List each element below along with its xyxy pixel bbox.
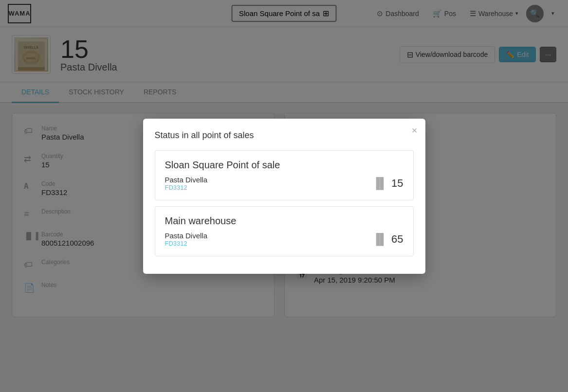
modal-code-1: FD3312	[165, 240, 208, 247]
modal-code-0: FD3312	[165, 184, 208, 191]
modal-card-info-0: Pasta Divella FD3312	[165, 176, 208, 191]
modal-product-name-0: Pasta Divella	[165, 176, 208, 184]
modal-location-card-0: Sloan Square Point of sale Pasta Divella…	[155, 150, 414, 200]
qty-barcode-icon-0: ▐▌	[372, 177, 387, 190]
modal-location-title-0: Sloan Square Point of sale	[165, 160, 403, 171]
qty-value-0: 15	[391, 177, 403, 190]
modal-product-name-1: Pasta Divella	[165, 232, 208, 240]
qty-value-1: 65	[391, 233, 403, 246]
modal-location-title-1: Main warehouse	[165, 215, 403, 227]
qty-barcode-icon-1: ▐▌	[372, 233, 387, 246]
modal-dialog: Status in all point of sales × Sloan Squ…	[143, 119, 425, 274]
modal-overlay[interactable]: Status in all point of sales × Sloan Squ…	[0, 0, 568, 392]
modal-card-row-1: Pasta Divella FD3312 ▐▌ 65	[165, 232, 403, 247]
modal-qty-0: ▐▌ 15	[372, 177, 403, 190]
modal-title: Status in all point of sales	[155, 130, 414, 141]
modal-qty-1: ▐▌ 65	[372, 233, 403, 246]
modal-card-row-0: Pasta Divella FD3312 ▐▌ 15	[165, 176, 403, 191]
modal-card-info-1: Pasta Divella FD3312	[165, 232, 208, 247]
modal-location-card-1: Main warehouse Pasta Divella FD3312 ▐▌ 6…	[155, 206, 414, 256]
modal-close-button[interactable]: ×	[412, 125, 418, 135]
